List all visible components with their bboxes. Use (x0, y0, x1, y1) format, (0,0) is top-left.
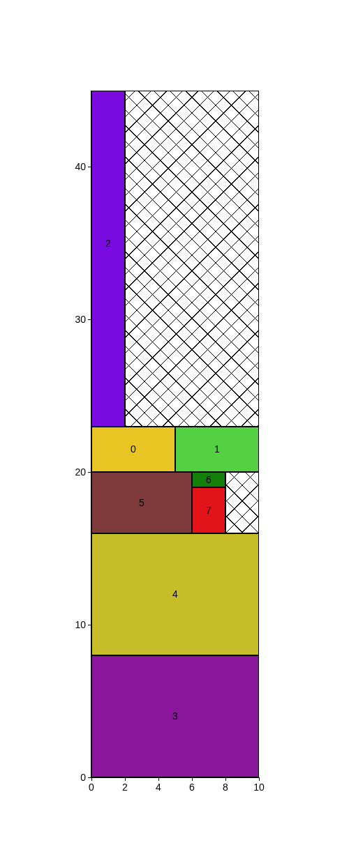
xtick-label: 4 (156, 777, 161, 793)
rect-label-0: 0 (131, 443, 136, 455)
rect-h2 (125, 91, 259, 427)
rect-label-5: 5 (139, 497, 144, 508)
xtick-label: 0 (89, 777, 94, 793)
xtick-label: 6 (189, 777, 195, 793)
ytick-label: 10 (58, 619, 91, 630)
rect-label-1: 1 (214, 443, 220, 455)
xtick-label: 2 (122, 777, 128, 793)
figure: 012345670102030400246810 (0, 0, 349, 868)
ytick-label: 0 (58, 772, 91, 783)
rect-label-3: 3 (172, 710, 178, 722)
ytick-label: 20 (58, 466, 91, 478)
rect-2 (91, 91, 125, 427)
rect-label-2: 2 (105, 238, 111, 249)
rect-h7 (225, 472, 259, 533)
rect-label-7: 7 (206, 505, 211, 516)
rect-label-4: 4 (172, 588, 178, 600)
rect-label-6: 6 (206, 474, 211, 485)
xtick-label: 8 (223, 777, 228, 793)
xtick-label: 10 (253, 777, 265, 793)
plot-area: 012345670102030400246810 (91, 91, 259, 778)
ytick-label: 40 (58, 161, 91, 172)
ytick-label: 30 (58, 314, 91, 325)
